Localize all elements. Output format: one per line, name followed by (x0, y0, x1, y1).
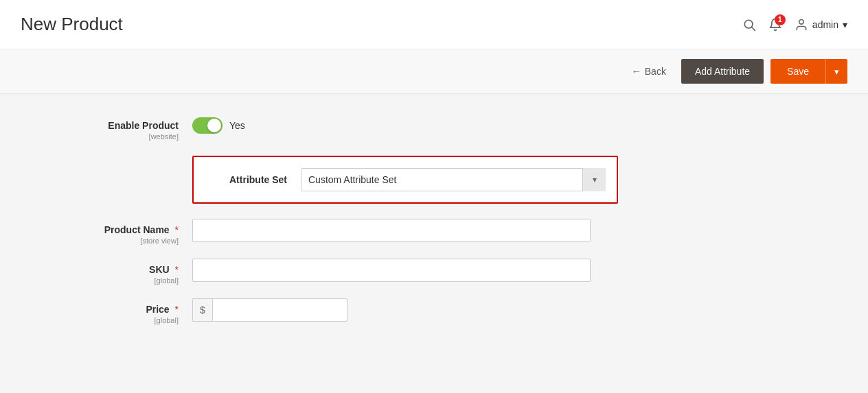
price-label-col: Price * [global] (41, 298, 192, 324)
enable-product-control: Yes (192, 115, 591, 134)
attribute-set-box: Attribute Set Custom Attribute Set Defau… (192, 156, 618, 204)
page-toolbar: ← Back Add Attribute Save ▾ (0, 49, 868, 94)
sku-control (192, 259, 591, 282)
search-icon (742, 18, 756, 32)
price-sub: [global] (41, 316, 179, 324)
svg-point-2 (799, 19, 804, 24)
price-input[interactable] (212, 298, 347, 322)
product-name-sub: [store view] (41, 237, 179, 245)
price-input-wrapper: $ (192, 298, 302, 322)
product-name-required: * (175, 224, 179, 235)
save-button-group: Save ▾ (770, 59, 847, 84)
sku-row: SKU * [global] (41, 259, 827, 285)
toggle-row: Yes (192, 115, 591, 134)
sku-label-col: SKU * [global] (41, 259, 192, 285)
product-form: Enable Product [website] Yes (41, 115, 827, 324)
enable-product-toggle[interactable] (192, 117, 222, 134)
svg-line-1 (752, 27, 755, 30)
attribute-set-label-spacer (41, 156, 192, 161)
product-name-label: Product Name (104, 224, 170, 235)
price-required: * (175, 304, 179, 315)
user-icon (795, 18, 808, 32)
notification-button[interactable]: 1 (768, 18, 782, 32)
back-button[interactable]: ← Back (624, 60, 674, 82)
page-header: New Product 1 admin (0, 0, 868, 49)
add-attribute-button[interactable]: Add Attribute (681, 59, 764, 84)
page-wrapper: New Product 1 admin (0, 0, 868, 393)
product-name-row: Product Name * [store view] (41, 219, 827, 245)
page-title: New Product (21, 14, 123, 35)
price-control: $ (192, 298, 302, 322)
search-button[interactable] (742, 18, 756, 32)
attribute-set-highlighted-wrapper: Attribute Set Custom Attribute Set Defau… (192, 156, 618, 204)
toggle-yes-label: Yes (229, 120, 245, 131)
enable-product-label: Enable Product (108, 120, 179, 131)
notification-badge: 1 (775, 14, 786, 25)
save-dropdown-button[interactable]: ▾ (825, 59, 847, 84)
attribute-set-select[interactable]: Custom Attribute Set Default Simple Prod… (301, 168, 606, 191)
save-dropdown-icon: ▾ (834, 67, 839, 77)
attribute-set-select-wrapper: Custom Attribute Set Default Simple Prod… (301, 168, 606, 191)
price-symbol: $ (192, 298, 212, 322)
toggle-slider (192, 117, 222, 134)
sku-input[interactable] (192, 259, 591, 282)
back-arrow-icon: ← (632, 66, 641, 77)
enable-product-sub: [website] (41, 132, 179, 141)
attribute-set-row: Attribute Set Custom Attribute Set Defau… (41, 156, 827, 204)
enable-product-row: Enable Product [website] Yes (41, 115, 827, 141)
price-label: Price (146, 304, 169, 315)
attribute-set-label: Attribute Set (205, 174, 287, 185)
admin-menu-button[interactable]: admin ▾ (795, 18, 847, 32)
save-button[interactable]: Save (770, 59, 825, 84)
product-name-control (192, 219, 591, 242)
price-row: Price * [global] $ (41, 298, 827, 324)
product-name-input[interactable] (192, 219, 591, 242)
header-actions: 1 admin ▾ (742, 18, 847, 32)
back-label: Back (645, 66, 666, 77)
admin-label: admin (812, 19, 838, 30)
main-content: Enable Product [website] Yes (0, 94, 868, 359)
admin-dropdown-icon: ▾ (843, 19, 847, 30)
sku-sub: [global] (41, 276, 179, 285)
sku-label: SKU (149, 264, 170, 275)
enable-product-label-col: Enable Product [website] (41, 115, 192, 141)
sku-required: * (175, 264, 179, 275)
product-name-label-col: Product Name * [store view] (41, 219, 192, 245)
